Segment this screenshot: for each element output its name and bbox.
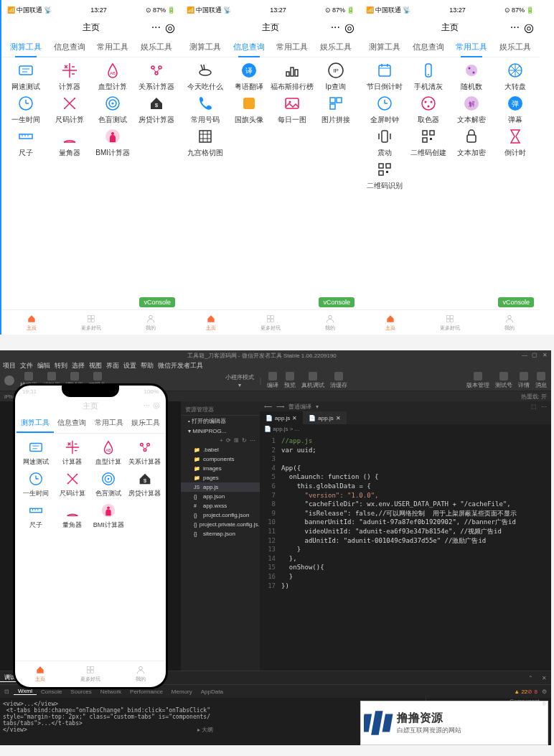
vconsole-button[interactable]: vConsole: [139, 297, 175, 307]
sim-tool-calc[interactable]: 计算器: [55, 439, 91, 467]
menu-文件[interactable]: 文件: [20, 361, 33, 370]
tab-1[interactable]: 信息查询: [227, 37, 271, 57]
menu-视图[interactable]: 视图: [89, 361, 102, 370]
file-explorer[interactable]: 资源管理器 • 打开的编辑器 ▾ MINIPROG... +⟳⊞↻⋯ 📁.bab…: [181, 401, 260, 671]
more-icon[interactable]: ···: [144, 401, 150, 410]
target-icon[interactable]: ◎: [344, 21, 355, 34]
tool-ruler[interactable]: 尺子: [4, 128, 48, 158]
close-icon[interactable]: ◎: [153, 401, 160, 410]
file-project.config.json[interactable]: {}project.config.json: [181, 510, 260, 520]
tab-1[interactable]: 信息查询: [48, 37, 92, 57]
tab-2[interactable]: 常用工具: [450, 37, 494, 57]
tool-food[interactable]: 今天吃什么: [184, 62, 227, 92]
tb-详情[interactable]: 详情: [518, 372, 530, 389]
menu-微信开发者工具[interactable]: 微信开发者工具: [158, 361, 203, 370]
vconsole-button[interactable]: vConsole: [498, 297, 534, 307]
more-icon[interactable]: ···: [331, 21, 340, 34]
tb-消息[interactable]: 消息: [535, 372, 547, 389]
menu-选择[interactable]: 选择: [72, 361, 85, 370]
tool-calc[interactable]: 计算器: [48, 62, 92, 92]
tab-0[interactable]: 测算工具: [184, 37, 227, 57]
panel-tab-Console[interactable]: Console: [37, 689, 66, 695]
file-app.js[interactable]: JSapp.js: [181, 482, 260, 492]
tool-timer[interactable]: 倒计时: [494, 128, 537, 158]
panel-tab-Sources[interactable]: Sources: [66, 689, 95, 695]
panel-tab-AppData[interactable]: AppData: [197, 689, 227, 695]
tb-编译[interactable]: 编译: [267, 372, 278, 389]
file-components[interactable]: 📁components: [181, 454, 260, 464]
more-icon[interactable]: ···: [510, 21, 520, 34]
sim-tool-house[interactable]: 房贷计算器: [127, 471, 164, 498]
tool-bmi[interactable]: BMI计算器: [91, 128, 135, 158]
mode-dropdown[interactable]: 小程序模式 ▾: [225, 373, 254, 388]
tab-0[interactable]: 测算工具: [363, 37, 407, 57]
sim-tool-angle[interactable]: 量角器: [55, 503, 91, 530]
sim-tool-blood[interactable]: 血型计算: [90, 439, 127, 467]
tool-flag[interactable]: 国旗头像: [227, 95, 271, 125]
tool-random[interactable]: 随机数: [450, 62, 494, 92]
ide-menubar[interactable]: 项目文件编辑转到选择视图界面设置帮助微信开发者工具: [0, 360, 551, 370]
sim-nav-1[interactable]: 更多好玩: [65, 661, 116, 687]
tool-relation[interactable]: 关系计算器: [135, 62, 179, 92]
nav-2[interactable]: 我的: [121, 310, 181, 335]
nav-0[interactable]: 主页: [181, 310, 240, 335]
target-icon[interactable]: ◎: [165, 21, 175, 34]
nav-1[interactable]: 更多好玩: [240, 310, 300, 335]
sim-tool-size[interactable]: 尺码计算: [55, 471, 91, 498]
file-pages[interactable]: 📁pages: [181, 473, 260, 482]
tool-color[interactable]: 取色器: [407, 95, 451, 125]
menu-转到[interactable]: 转到: [55, 361, 67, 370]
file-images[interactable]: 📁images: [181, 464, 260, 473]
nav-1[interactable]: 更多好玩: [61, 310, 121, 335]
more-icon[interactable]: ···: [151, 21, 161, 34]
tb-真机调试[interactable]: 真机调试: [301, 372, 324, 389]
tab-3[interactable]: 娱乐工具: [314, 37, 358, 57]
menu-编辑[interactable]: 编辑: [37, 361, 50, 370]
menu-帮助[interactable]: 帮助: [141, 361, 154, 370]
sim-tool-clock[interactable]: 一生时间: [18, 471, 55, 498]
tool-qrscan[interactable]: 二维码识别: [363, 161, 407, 191]
sim-tool-ruler[interactable]: 尺子: [18, 503, 55, 530]
sim-nav-2[interactable]: 我的: [116, 661, 166, 687]
panel-tab-Wxml[interactable]: Wxml: [14, 688, 37, 695]
sim-nav-0[interactable]: 主页: [15, 661, 65, 687]
nav-2[interactable]: 我的: [480, 310, 540, 335]
tool-blood[interactable]: 血型计算: [91, 62, 135, 92]
menu-界面[interactable]: 界面: [106, 361, 119, 370]
tab-2[interactable]: 常用工具: [271, 37, 314, 57]
target-icon[interactable]: ◎: [524, 21, 534, 34]
tool-grid9[interactable]: 九宫格切图: [184, 128, 227, 158]
nav-0[interactable]: 主页: [360, 310, 420, 335]
tab-0[interactable]: 测算工具: [4, 37, 48, 57]
tool-vibrate[interactable]: 震动: [363, 128, 407, 158]
tool-target[interactable]: 色盲测试: [91, 95, 135, 125]
panel-tab-Memory[interactable]: Memory: [167, 689, 197, 695]
tab-2[interactable]: 常用工具: [91, 37, 135, 57]
tool-rank[interactable]: 福布斯排行榜: [271, 62, 314, 92]
sim-tool-relation[interactable]: 关系计算器: [127, 439, 164, 467]
file-sitemap.json[interactable]: {}sitemap.json: [181, 529, 260, 538]
vconsole-button[interactable]: vConsole: [319, 297, 355, 307]
tb-清缓存[interactable]: 清缓存: [330, 372, 347, 389]
sim-tab-0[interactable]: 测算工具: [17, 414, 54, 433]
file-project.private.config.js...[interactable]: {}project.private.config.js...: [181, 520, 260, 529]
tool-house[interactable]: 房贷计算器: [135, 95, 179, 125]
tool-countdown[interactable]: 节日倒计时: [363, 62, 407, 92]
tool-wheel[interactable]: 大转盘: [494, 62, 537, 92]
tool-qrcreate[interactable]: 二维码创建: [407, 128, 451, 158]
open-editors-section[interactable]: • 打开的编辑器: [181, 416, 260, 426]
file-.babel[interactable]: 📁.babel: [181, 445, 260, 454]
tool-ip[interactable]: Ip查询: [314, 62, 358, 92]
tool-speed[interactable]: 网速测试: [4, 62, 48, 92]
tool-danmu[interactable]: 弹幕: [494, 95, 537, 125]
tool-clean[interactable]: 手机清灰: [407, 62, 451, 92]
tab-3[interactable]: 娱乐工具: [135, 37, 179, 57]
tool-size[interactable]: 尺码计算: [48, 95, 92, 125]
editor-tab-appjs-2[interactable]: 📄 app.js ✕: [303, 411, 346, 424]
tool-puzzle[interactable]: 图片拼接: [314, 95, 358, 125]
code-editor[interactable]: 1//app.js2var uuid;34App({5 onLaunch: fu…: [260, 434, 551, 671]
tool-translate[interactable]: 粤语翻译: [227, 62, 271, 92]
tab-1[interactable]: 信息查询: [407, 37, 451, 57]
menu-设置[interactable]: 设置: [123, 361, 136, 370]
sim-tool-target[interactable]: 色盲测试: [90, 471, 127, 498]
